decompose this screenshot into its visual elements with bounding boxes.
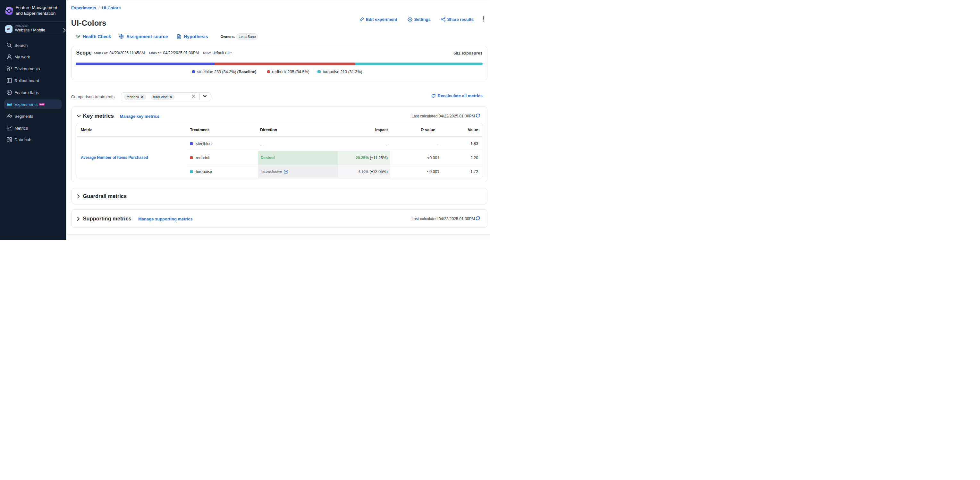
svg-text:?: ? [285, 171, 287, 173]
